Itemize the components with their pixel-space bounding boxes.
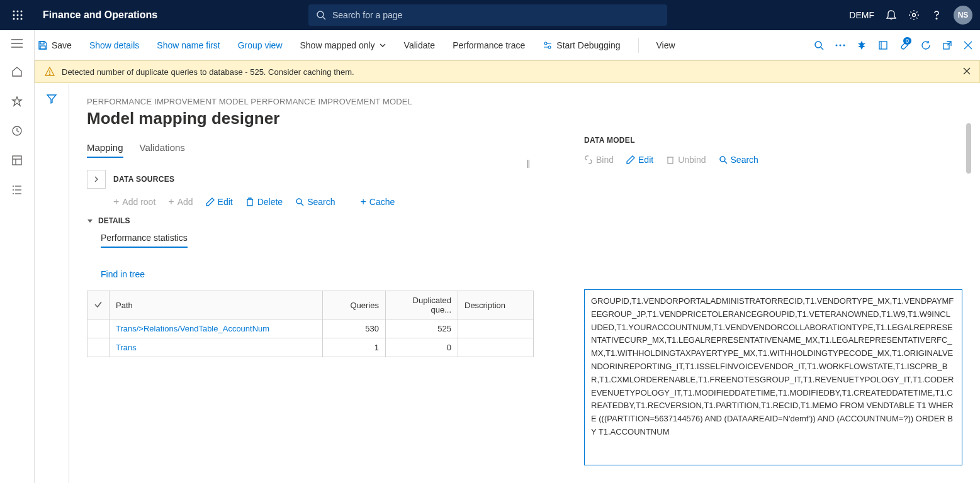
attachment-count-badge: 0 <box>903 37 911 45</box>
workspaces-icon[interactable] <box>11 155 23 168</box>
settings-icon[interactable] <box>908 9 920 21</box>
svg-point-29 <box>548 46 551 48</box>
warning-icon <box>44 66 55 77</box>
breadcrumb: PERFORMANCE IMPROVEMENT MODEL PERFORMANC… <box>87 97 565 106</box>
dm-search-button[interactable]: Search <box>719 155 758 165</box>
select-all-checkbox[interactable] <box>87 291 110 319</box>
more-icon[interactable] <box>835 44 845 47</box>
hamburger-icon[interactable] <box>11 39 23 50</box>
modules-icon[interactable] <box>11 184 23 197</box>
svg-point-9 <box>317 11 324 18</box>
details-header[interactable]: DETAILS <box>87 216 565 225</box>
tab-validations[interactable]: Validations <box>140 142 185 158</box>
office-icon[interactable] <box>878 40 888 50</box>
action-bar: Save Show details Show name first Group … <box>0 30 980 60</box>
popout-icon[interactable] <box>942 40 952 50</box>
svg-point-11 <box>913 14 916 17</box>
notifications-icon[interactable] <box>886 9 897 21</box>
options-icon[interactable] <box>857 40 867 50</box>
path-link[interactable]: Trans/>Relations/VendTable_AccountNum <box>116 324 269 333</box>
svg-point-40 <box>49 74 50 74</box>
col-description[interactable]: Description <box>458 291 534 319</box>
svg-point-32 <box>836 44 838 46</box>
data-sources-title: DATA SOURCES <box>113 175 174 184</box>
table-row[interactable]: Trans/>Relations/VendTable_AccountNum 53… <box>87 319 534 338</box>
waffle-icon[interactable] <box>8 5 28 25</box>
svg-point-28 <box>544 42 547 45</box>
performance-trace-button[interactable]: Performance trace <box>453 40 525 50</box>
bind-button: Bind <box>584 155 614 165</box>
svg-line-44 <box>301 203 303 206</box>
warning-text: Detected number of duplicate queries to … <box>62 67 354 77</box>
svg-rect-26 <box>40 42 44 44</box>
recent-icon[interactable] <box>11 125 23 138</box>
svg-rect-35 <box>879 42 887 49</box>
svg-line-46 <box>724 161 727 164</box>
page-tabs: Mapping Validations <box>87 142 565 158</box>
svg-point-8 <box>21 18 23 20</box>
svg-line-31 <box>821 47 823 50</box>
group-view-button[interactable]: Group view <box>238 40 283 50</box>
svg-point-12 <box>936 18 937 19</box>
expand-datasource-types[interactable] <box>87 170 106 189</box>
warning-bar: Detected number of duplicate queries to … <box>35 60 980 83</box>
favorites-icon[interactable] <box>11 96 23 109</box>
svg-point-45 <box>720 157 725 162</box>
svg-point-0 <box>13 11 15 13</box>
left-nav-rail <box>0 30 35 483</box>
find-in-tree-link[interactable]: Find in tree <box>101 269 145 279</box>
svg-point-34 <box>843 44 845 46</box>
splitter-handle[interactable]: ‖ <box>526 158 531 168</box>
svg-point-43 <box>296 199 301 204</box>
save-button[interactable]: Save <box>38 40 72 50</box>
view-button[interactable]: View <box>656 40 675 50</box>
chevron-down-icon <box>379 42 386 49</box>
filter-icon[interactable] <box>46 93 57 483</box>
top-nav-bar: Finance and Operations Search for a page… <box>0 0 980 30</box>
edit-button[interactable]: Edit <box>206 197 233 207</box>
search-button[interactable]: Search <box>295 197 335 207</box>
dm-edit-button[interactable]: Edit <box>626 155 653 165</box>
table-row[interactable]: Trans 1 0 <box>87 338 534 357</box>
unbind-button: Unbind <box>666 155 706 165</box>
search-icon[interactable] <box>814 40 824 50</box>
svg-point-5 <box>21 14 23 16</box>
data-model-toolbar: Bind Edit Unbind Search <box>584 155 962 165</box>
user-avatar[interactable]: NS <box>954 6 972 25</box>
svg-rect-17 <box>13 156 21 165</box>
close-warning-button[interactable] <box>963 67 971 77</box>
svg-point-33 <box>840 44 842 46</box>
svg-point-2 <box>21 11 23 13</box>
show-details-button[interactable]: Show details <box>89 40 139 50</box>
data-model-title: DATA MODEL <box>584 136 962 145</box>
tab-mapping[interactable]: Mapping <box>87 142 123 158</box>
col-duplicated[interactable]: Duplicated que... <box>386 291 458 319</box>
svg-point-1 <box>17 11 19 13</box>
start-debugging-button[interactable]: Start Debugging <box>543 40 620 50</box>
datasource-toolbar: +Add root +Add Edit Delete Search +Cache <box>113 196 565 208</box>
cache-button[interactable]: +Cache <box>361 196 395 208</box>
col-queries[interactable]: Queries <box>323 291 386 319</box>
app-title: Finance and Operations <box>43 9 157 21</box>
show-mapped-only-dropdown[interactable]: Show mapped only <box>300 40 386 50</box>
close-icon[interactable] <box>964 41 972 50</box>
home-icon[interactable] <box>11 66 23 79</box>
performance-table: Path Queries Duplicated que... Descripti… <box>87 291 534 357</box>
delete-button[interactable]: Delete <box>245 197 283 207</box>
refresh-icon[interactable] <box>921 40 931 50</box>
validate-button[interactable]: Validate <box>404 40 436 50</box>
main-content: ‖ PERFORMANCE IMPROVEMENT MODEL PERFORMA… <box>35 84 980 483</box>
global-search[interactable]: Search for a page <box>308 4 667 26</box>
svg-point-6 <box>13 18 15 20</box>
help-icon[interactable] <box>931 9 942 21</box>
attachments-icon[interactable]: 0 <box>899 40 910 50</box>
col-path[interactable]: Path <box>110 291 323 319</box>
path-link[interactable]: Trans <box>116 343 137 352</box>
company-code[interactable]: DEMF <box>849 10 874 20</box>
scrollbar-thumb[interactable] <box>966 123 971 174</box>
sql-query-textarea[interactable]: GROUPID,T1.VENDORPORTALADMINISTRATORRECI… <box>584 289 962 465</box>
show-name-first-button[interactable]: Show name first <box>157 40 220 50</box>
performance-statistics-tab[interactable]: Performance statistics <box>101 233 188 248</box>
svg-point-30 <box>815 42 821 48</box>
search-placeholder: Search for a page <box>332 10 402 20</box>
